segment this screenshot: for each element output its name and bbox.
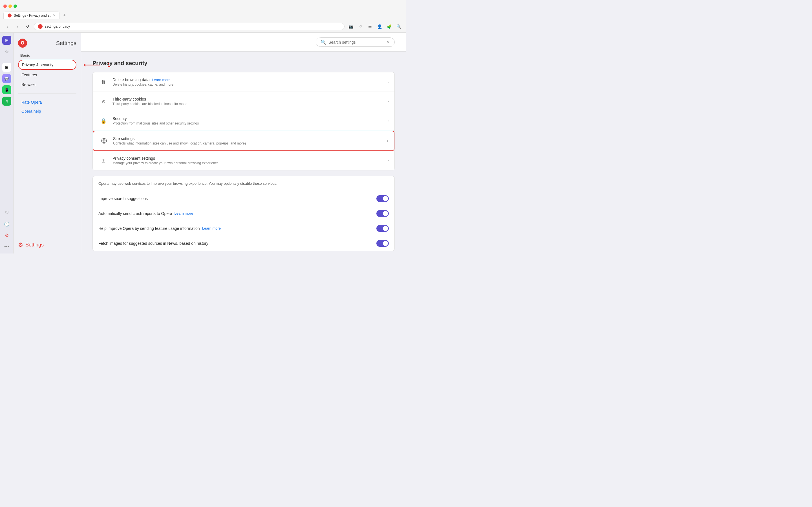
security-subtitle: Protection from malicious sites and othe…: [112, 121, 388, 125]
trash-icon: 🗑: [98, 77, 109, 87]
settings-header-area: O Settings: [18, 39, 77, 53]
privacy-consent-subtitle: Manage your privacy to create your own p…: [112, 161, 388, 165]
profile-icon[interactable]: 👤: [375, 22, 384, 31]
site-settings-content: Site settings Controls what information …: [113, 136, 387, 145]
privacy-consent-title: Privacy consent settings: [112, 156, 388, 161]
fetch-images-row: Fetch images for suggested sources in Ne…: [93, 236, 395, 251]
close-button[interactable]: [3, 4, 7, 8]
maximize-button[interactable]: [13, 4, 17, 8]
privacy-settings-list: 🗑 Delete browsing data Learn more Delete…: [93, 72, 395, 170]
feature-usage-learn-more[interactable]: Learn more: [202, 226, 221, 230]
privacy-consent-arrow: ›: [388, 159, 389, 163]
sidebar-icon-history[interactable]: 🕐: [2, 219, 11, 228]
opera-logo: O: [18, 39, 27, 48]
sidebar-icon-apps[interactable]: ⊞: [2, 63, 11, 72]
bookmarks-icon[interactable]: ♡: [356, 22, 364, 31]
settings-sidebar: O Settings Basic Privacy & security 1 Fe…: [13, 33, 81, 253]
minimize-button[interactable]: [8, 4, 12, 8]
reload-button[interactable]: ↺: [24, 22, 32, 31]
cookies-arrow: ›: [388, 100, 389, 103]
browser-chrome: Settings - Privacy and s... ✕ + ‹ › ↺ se…: [0, 0, 406, 33]
nav-bar: ‹ › ↺ settings/privacy 📷 ♡ ☰ 👤 🧩 🔍: [0, 20, 406, 33]
delete-browsing-data-item[interactable]: 🗑 Delete browsing data Learn more Delete…: [93, 72, 395, 92]
third-party-cookies-item[interactable]: ⊙ Third-party cookies Third-party cookie…: [93, 92, 395, 111]
screenshot-icon[interactable]: 📷: [347, 22, 355, 31]
tab-close-button[interactable]: ✕: [53, 13, 56, 17]
crash-reports-learn-more[interactable]: Learn more: [174, 211, 193, 216]
traffic-lights: [3, 4, 17, 8]
tab-bar: Settings - Privacy and s... ✕ +: [0, 10, 406, 20]
improve-search-label: Improve search suggestions: [98, 196, 148, 201]
active-tab[interactable]: Settings - Privacy and s... ✕: [3, 11, 60, 19]
opera-services-section: Opera may use web services to improve yo…: [93, 176, 395, 251]
address-text: settings/privacy: [45, 24, 70, 29]
sidebar-icon-more[interactable]: •••: [2, 242, 11, 251]
content-area: Privacy and security 🗑 Delete browsing d…: [81, 52, 406, 253]
forward-button[interactable]: ›: [13, 22, 21, 31]
delete-browsing-data-content: Delete browsing data Learn more Delete h…: [112, 77, 388, 87]
third-party-cookies-title: Third-party cookies: [112, 97, 388, 101]
security-item[interactable]: 🔒 Security Protection from malicious sit…: [93, 111, 395, 131]
crash-reports-row: Automatically send crash reports to Oper…: [93, 206, 395, 221]
sidebar-icon-messenger[interactable]: 💬: [2, 74, 11, 83]
crash-reports-label: Automatically send crash reports to Oper…: [98, 211, 193, 216]
sidebar-item-browser[interactable]: Browser: [18, 80, 77, 89]
site-settings-item[interactable]: Site settings Controls what information …: [93, 131, 395, 151]
extensions-icon[interactable]: 🧩: [385, 22, 393, 31]
search-icon[interactable]: 🔍: [395, 22, 403, 31]
fetch-images-label: Fetch images for suggested sources in Ne…: [98, 241, 208, 245]
icon-sidebar: ⊞ ☆ ⊞ 💬 📱 ♫ ♡ 🕐 ⚙ •••: [0, 33, 13, 253]
tab-title: Settings - Privacy and s...: [14, 13, 51, 17]
site-settings-icon: [99, 136, 109, 146]
crash-reports-toggle[interactable]: [376, 210, 389, 217]
sidebar-icon-bookmarks[interactable]: ☆: [2, 47, 11, 56]
lock-icon: 🔒: [98, 116, 109, 126]
security-content: Security Protection from malicious sites…: [112, 116, 388, 125]
sidebar-icon-favorites[interactable]: ♡: [2, 208, 11, 217]
app-layout: ⊞ ☆ ⊞ 💬 📱 ♫ ♡ 🕐 ⚙ ••• O Settings Basic P…: [0, 33, 406, 253]
search-box[interactable]: 🔍 ✕: [316, 38, 395, 47]
security-arrow: ›: [388, 119, 389, 123]
fetch-images-toggle[interactable]: [376, 240, 389, 247]
privacy-consent-content: Privacy consent settings Manage your pri…: [112, 156, 388, 165]
privacy-consent-item[interactable]: ◎ Privacy consent settings Manage your p…: [93, 151, 395, 170]
rate-opera-link[interactable]: Rate Opera: [18, 98, 77, 106]
sidebar-divider: [18, 94, 77, 94]
menu-icon[interactable]: ☰: [366, 22, 374, 31]
sidebar-icon-settings[interactable]: ⚙: [2, 231, 11, 240]
settings-title: Settings: [56, 40, 77, 47]
security-title: Security: [112, 116, 388, 121]
search-input[interactable]: [328, 40, 384, 45]
sidebar-item-privacy-security[interactable]: Privacy & security: [18, 60, 77, 70]
basic-section-title: Basic: [20, 53, 77, 57]
search-icon: 🔍: [320, 40, 326, 45]
delete-browsing-data-subtitle: Delete history, cookies, cache, and more: [112, 82, 388, 87]
bottom-settings-label: Settings: [26, 242, 44, 248]
main-content: 🔍 ✕ Privacy and security 🗑 Delete browsi…: [81, 33, 406, 253]
feature-usage-label: Help improve Opera by sending feature us…: [98, 226, 221, 231]
third-party-cookies-content: Third-party cookies Third-party cookies …: [112, 97, 388, 106]
sidebar-icon-spotify[interactable]: ♫: [2, 97, 11, 106]
search-bar-area: 🔍 ✕: [81, 33, 406, 52]
sidebar-item-features[interactable]: Features: [18, 70, 77, 79]
site-icon: [38, 24, 43, 29]
back-button[interactable]: ‹: [3, 22, 11, 31]
new-tab-button[interactable]: +: [61, 12, 68, 18]
improve-search-toggle[interactable]: [376, 195, 389, 202]
delete-browsing-arrow: ›: [388, 80, 389, 84]
search-clear-button[interactable]: ✕: [387, 40, 390, 45]
address-bar[interactable]: settings/privacy: [34, 23, 345, 30]
improve-search-row: Improve search suggestions: [93, 191, 395, 206]
opera-help-link[interactable]: Opera help: [18, 107, 77, 115]
site-settings-title: Site settings: [113, 136, 387, 141]
feature-usage-row: Help improve Opera by sending feature us…: [93, 221, 395, 236]
feature-usage-toggle[interactable]: [376, 225, 389, 232]
cookie-icon: ⊙: [98, 96, 109, 107]
sidebar-icon-home[interactable]: ⊞: [2, 36, 11, 45]
privacy-consent-icon: ◎: [98, 156, 109, 166]
delete-data-learn-more[interactable]: Learn more: [152, 78, 170, 82]
page-title: Privacy and security: [93, 60, 395, 66]
opera-services-text: Opera may use web services to improve yo…: [93, 176, 395, 191]
third-party-cookies-subtitle: Third-party cookies are blocked in Incog…: [112, 102, 388, 106]
sidebar-icon-whatsapp[interactable]: 📱: [2, 86, 11, 94]
